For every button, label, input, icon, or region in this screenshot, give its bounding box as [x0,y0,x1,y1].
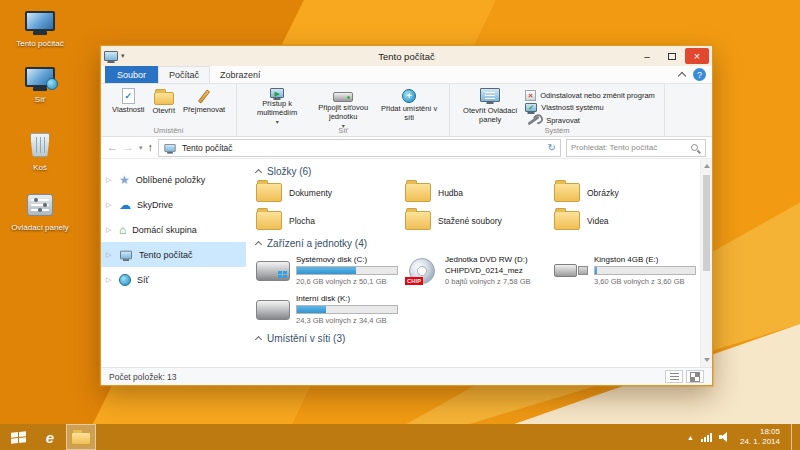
nav-item-homegroup[interactable]: ▷ ⌂ Domácí skupina [101,217,246,242]
nav-item-skydrive[interactable]: ▷ ☁ SkyDrive [101,192,246,217]
quick-access-toolbar[interactable]: ▾ [104,51,125,61]
recycle-bin-icon [30,133,50,157]
rename-button[interactable]: Přejmenovat [179,87,229,116]
volume-icon[interactable] [719,432,729,442]
desktop-icon-control-panel[interactable]: Ovládací panely [8,190,72,232]
properties-icon: ✓ [122,88,135,104]
up-button[interactable]: ↑ [148,142,154,153]
search-input[interactable] [571,143,691,152]
expander-icon[interactable]: ▷ [106,251,111,259]
folder-icon [256,183,282,202]
collapse-chevron-icon[interactable] [255,169,262,176]
nav-item-favorites[interactable]: ▷ ★ Oblíbené položky [101,167,246,192]
drive-tile-dvd[interactable]: CHIP Jednotka DVD RW (D:) CHIPDVD_0214_m… [405,255,554,286]
maximize-button[interactable] [660,48,684,64]
desktop-icon-network[interactable]: Síť [8,62,72,104]
taskbar-explorer-button[interactable] [66,424,96,450]
tray-expand-icon[interactable]: ▲ [687,434,694,441]
collapse-chevron-icon[interactable] [255,336,262,343]
section-title: Umístění v síti (3) [267,333,345,344]
folder-tile-pictures[interactable]: Obrázky [554,183,700,202]
capacity-bar [594,266,696,275]
nav-item-label: SkyDrive [137,200,173,210]
nav-item-label: Domácí skupina [132,225,197,235]
skydrive-cloud-icon: ☁ [119,199,131,211]
folder-tile-desktop[interactable]: Plocha [256,211,405,230]
desktop-icon-recycle-bin[interactable]: Koš [8,130,72,172]
desktop-icon-label: Síť [8,95,72,104]
capacity-bar [296,266,398,275]
folder-icon [71,432,91,445]
icons-view-button[interactable] [686,370,704,383]
folder-tile-documents[interactable]: Dokumenty [256,183,405,202]
taskbar-clock[interactable]: 18:05 24. 1. 2014 [740,427,780,447]
back-button[interactable]: ← [107,142,118,153]
tab-view[interactable]: Zobrazení [210,66,271,83]
details-view-button[interactable] [665,370,683,383]
desktop-icon-this-pc[interactable]: Tento počítač [8,6,72,48]
collapse-chevron-icon[interactable] [255,241,262,248]
nav-item-network[interactable]: ▷ Síť [101,267,246,292]
qat-dropdown-icon[interactable]: ▾ [121,52,125,60]
tab-computer[interactable]: Počítač [158,66,210,83]
forward-button[interactable]: → [123,142,134,153]
expander-icon[interactable]: ▷ [106,201,111,209]
search-box[interactable] [566,139,706,157]
address-box[interactable]: Tento počítač ↻ [158,139,561,157]
section-header-devices[interactable]: Zařízení a jednotky (4) [256,238,700,249]
system-tray: ▲ 18:05 24. 1. 2014 [687,424,800,450]
scroll-down-icon[interactable] [704,358,710,362]
minimize-ribbon-icon[interactable] [678,72,686,80]
section-header-network-locations[interactable]: Umístění v síti (3) [256,333,700,344]
scrollbar-thumb[interactable] [703,175,710,271]
maximize-icon [668,53,676,60]
clock-date: 24. 1. 2014 [740,437,780,447]
expander-icon[interactable]: ▷ [106,176,111,184]
ribbon-group-network: ▶ Přístup k multimédiím ▾ Připojit síťov… [237,84,450,136]
uninstall-program-button[interactable]: × Odinstalovat nebo změnit program [523,90,657,101]
show-desktop-button[interactable] [791,424,796,450]
minimize-button[interactable]: – [635,48,659,64]
map-network-drive-button[interactable]: Připojit síťovou jednotku ▾ [310,87,376,131]
breadcrumb-path[interactable]: Tento počítač [182,143,543,153]
system-properties-button[interactable]: ✓ Vlastnosti systému [523,103,657,112]
add-network-location-button[interactable]: + Přidat umístění v síti [376,87,442,123]
refresh-icon[interactable]: ↻ [548,143,556,153]
ie-icon: e [46,429,54,446]
section-header-folders[interactable]: Složky (6) [256,166,700,177]
desktop-icon-label: Ovládací panely [8,223,72,232]
title-bar[interactable]: Tento počítač ▾ – × [101,46,712,66]
start-button[interactable] [0,424,36,450]
group-label-network: Síť [237,126,449,135]
window-title: Tento počítač [101,51,712,62]
media-access-button[interactable]: ▶ Přístup k multimédiím ▾ [244,87,310,127]
ribbon: ✓ Vlastnosti Otevřít Přejmenovat Umístěn… [101,84,712,137]
taskbar-ie-button[interactable]: e [36,424,64,450]
uninstall-icon: × [525,90,536,101]
open-button[interactable]: Otevřít [149,87,180,117]
vertical-scrollbar[interactable] [700,159,712,367]
scroll-up-icon[interactable] [704,164,710,168]
drive-tile-c[interactable]: Systémový disk (C:) 20,6 GB volných z 50… [256,255,405,286]
open-control-panel-button[interactable]: Otevřít Ovládací panely [457,87,523,125]
folder-icon [554,183,580,202]
network-signal-icon[interactable] [701,433,712,442]
sliders-icon [485,92,495,99]
drive-tile-k[interactable]: Interní disk (K:) 24,3 GB volných z 34,4… [256,294,405,325]
drive-tile-usb[interactable]: Kingston 4GB (E:) 3,60 GB volných z 3,60… [554,255,700,286]
expander-icon[interactable]: ▷ [106,276,111,284]
nav-item-this-pc[interactable]: ▷ Tento počítač [101,242,246,267]
recent-locations-dropdown-icon[interactable]: ▾ [139,144,143,152]
icons-view-icon [691,373,699,381]
folder-tile-downloads[interactable]: Stažené soubory [405,211,554,230]
properties-button[interactable]: ✓ Vlastnosti [108,87,149,116]
homegroup-house-icon: ⌂ [119,224,126,236]
folder-tile-videos[interactable]: Videa [554,211,700,230]
folder-tile-music[interactable]: Hudba [405,183,554,202]
file-tab[interactable]: Soubor [105,66,158,83]
ribbon-group-system: Otevřít Ovládací panely × Odinstalovat n… [450,84,665,136]
expander-icon[interactable]: ▷ [106,226,111,234]
devices-grid: Systémový disk (C:) 20,6 GB volných z 50… [256,255,700,325]
help-icon[interactable]: ? [693,68,706,81]
close-button[interactable]: × [685,48,709,64]
